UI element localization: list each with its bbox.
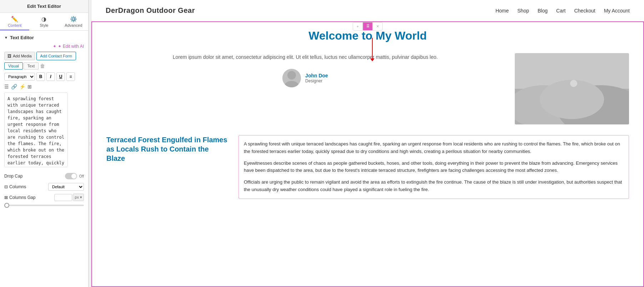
page-hero: + ⠿ × Welcome to My World [106, 29, 629, 42]
columns-label: ⊟ Columns [4, 184, 26, 189]
close-element-button[interactable]: × [373, 22, 383, 31]
lorem-text: Lorem ipsum dolor sit amet, consectetur … [106, 53, 504, 62]
drop-cap-row: Drop Cap Off [4, 173, 84, 179]
tab-content-label: Content [8, 23, 22, 27]
nav-cart[interactable]: Cart [556, 8, 565, 14]
resize-handle[interactable]: ⋮ [89, 0, 91, 287]
gap-number-input[interactable] [54, 194, 72, 201]
advanced-icon: ⚙️ [70, 16, 77, 22]
author-role: Designer [305, 78, 328, 83]
red-arrow-head [370, 58, 374, 61]
article-section: Terraced Forest Engulfed in Flames as Lo… [106, 135, 629, 199]
columns-gap-row: ⊠ Columns Gap px ▾ [4, 194, 84, 201]
avatar-svg [282, 69, 301, 87]
edit-with-ai-btn[interactable]: ✦ ✦ Edit with AI [4, 44, 84, 49]
tab-style[interactable]: ◑ Style [29, 13, 59, 30]
article-para-3: Officials are urging the public to remai… [244, 179, 624, 194]
left-panel: Edit Text Editor ✏️ Content ◑ Style ⚙️ A… [0, 0, 89, 287]
tab-advanced-label: Advanced [65, 23, 82, 27]
toolbar-row: 🖼 Add Media Add Contact Form [4, 52, 84, 60]
bold-button[interactable]: B [36, 72, 45, 81]
underline-button[interactable]: U [56, 72, 65, 81]
author-row: John Doe Designer [106, 69, 504, 87]
content-icon: ✏️ [11, 16, 18, 22]
contact-form-label: Add Contact Form [40, 54, 72, 58]
tab-content[interactable]: ✏️ Content [0, 13, 29, 30]
two-col-section: Lorem ipsum dolor sit amet, consectetur … [106, 53, 629, 124]
slider-row [4, 205, 84, 206]
svg-point-1 [285, 81, 299, 87]
image-placeholder-svg [515, 53, 629, 124]
italic-button[interactable]: I [46, 72, 55, 81]
formatting-row: Paragraph B I U ≡ [4, 72, 84, 81]
columns-icon: ⊟ [4, 184, 8, 189]
canvas: + ⠿ × Welcome to My World Lorem ipsum do… [91, 21, 644, 287]
article-body-col: A sprawling forest with unique terraced … [238, 135, 629, 199]
author-avatar [282, 69, 301, 87]
nav-blog[interactable]: Blog [538, 8, 548, 14]
top-nav: DerDragon Outdoor Gear Home Shop Blog Ca… [91, 0, 644, 21]
drag-handle-popup: + ⠿ × [353, 22, 383, 31]
columns-row: ⊟ Columns Default [4, 183, 84, 191]
edit-with-ai-label: ✦ Edit with AI [58, 44, 84, 49]
section-title[interactable]: ▼ Text Editor [4, 35, 84, 40]
add-media-button[interactable]: 🖼 Add Media [4, 52, 35, 60]
nav-checkout[interactable]: Checkout [574, 8, 595, 14]
paragraph-select[interactable]: Paragraph [4, 73, 35, 81]
nav-links: Home Shop Blog Cart Checkout My Account [495, 8, 630, 14]
left-col: Lorem ipsum dolor sit amet, consectetur … [106, 53, 504, 87]
article-title-col: Terraced Forest Engulfed in Flames as Lo… [106, 135, 228, 169]
toggle-off-label: Off [79, 174, 84, 178]
drop-cap-label: Drop Cap [4, 174, 22, 179]
ai-icon: ✦ [53, 44, 56, 49]
main-area: DerDragon Outdoor Gear Home Shop Blog Ca… [91, 0, 644, 287]
columns-select[interactable]: Default [48, 183, 84, 191]
text-editor-wrapper [4, 92, 84, 169]
drop-cap-toggle-wrapper: Off [65, 173, 84, 179]
hero-title: Welcome to My World [106, 29, 629, 42]
style-icon: ◑ [41, 16, 46, 22]
right-col [515, 53, 629, 124]
drop-cap-toggle[interactable] [65, 173, 77, 179]
view-visual-label: Visual [8, 64, 19, 68]
svg-point-0 [287, 71, 296, 80]
slider-track[interactable] [4, 205, 84, 206]
add-media-icon: 🖼 [7, 54, 11, 58]
slider-thumb[interactable] [4, 203, 9, 208]
view-text-tab[interactable]: Text [24, 62, 39, 70]
table-icon[interactable]: ⊞ [27, 84, 32, 89]
panel-body: ▼ Text Editor ✦ ✦ Edit with AI 🖼 Add Med… [0, 31, 88, 287]
move-button[interactable]: + [353, 22, 363, 31]
gap-unit-button[interactable]: px ▾ [73, 194, 84, 201]
panel-tabs: ✏️ Content ◑ Style ⚙️ Advanced [0, 13, 88, 31]
nav-home[interactable]: Home [495, 8, 509, 14]
site-title: DerDragon Outdoor Gear [106, 6, 195, 15]
add-contact-form-button[interactable]: Add Contact Form [36, 52, 76, 60]
article-body: A sprawling forest with unique terraced … [238, 135, 629, 199]
unordered-list-icon[interactable]: ☰ [4, 84, 9, 89]
gap-icon: ⊠ [4, 195, 8, 200]
section-arrow: ▼ [4, 36, 8, 40]
author-info: John Doe Designer [305, 73, 328, 83]
section-title-label: Text Editor [10, 35, 34, 40]
columns-gap-label: ⊠ Columns Gap [4, 195, 35, 200]
tab-style-label: Style [40, 23, 48, 27]
link-icon[interactable]: 🔗 [11, 84, 17, 89]
nav-shop[interactable]: Shop [517, 8, 529, 14]
gap-inputs: px ▾ [54, 194, 84, 201]
view-visual-tab[interactable]: Visual [4, 62, 23, 70]
add-media-label: Add Media [13, 54, 32, 58]
svg-point-7 [570, 80, 577, 87]
delete-button[interactable]: 🗑 [40, 63, 45, 69]
view-tabs: Visual Text 🗑 [4, 62, 84, 70]
author-name: John Doe [305, 73, 328, 78]
red-arrow-line [372, 38, 373, 59]
article-para-2: Eyewitnesses describe scenes of chaos as… [244, 160, 624, 175]
special-chars-icon[interactable]: ⚡ [19, 84, 25, 89]
text-editor-area[interactable] [4, 92, 68, 167]
tab-advanced[interactable]: ⚙️ Advanced [59, 13, 88, 30]
list-button[interactable]: ≡ [66, 72, 75, 81]
icons-row: ☰ 🔗 ⚡ ⊞ [4, 84, 84, 89]
nav-my-account[interactable]: My Account [604, 8, 630, 14]
grid-button[interactable]: ⠿ [363, 22, 373, 31]
